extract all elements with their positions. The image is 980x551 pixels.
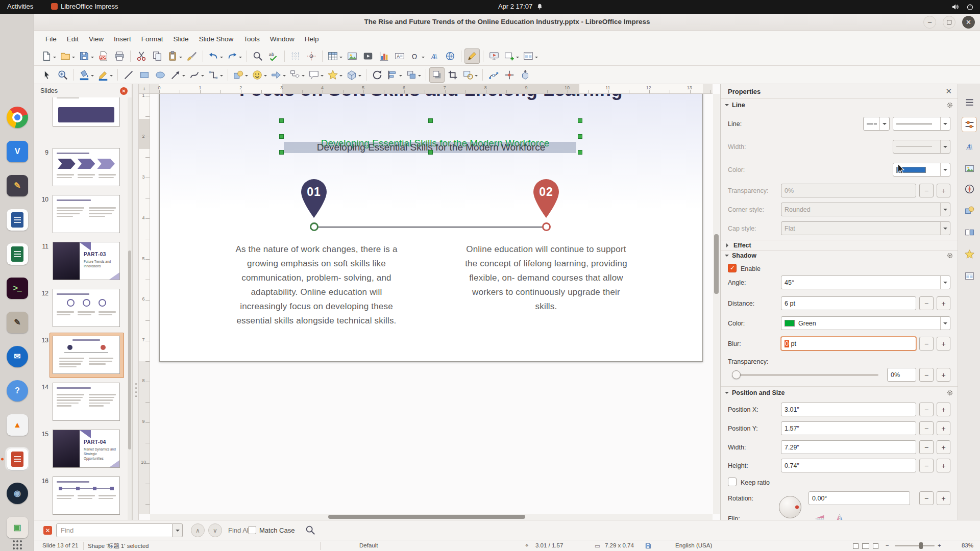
find-replace-button[interactable] xyxy=(250,48,265,64)
corner-style-select[interactable]: Rounded xyxy=(781,203,950,216)
undo-button[interactable] xyxy=(206,48,225,64)
dock-item-thunderbird[interactable]: ✉ xyxy=(5,344,29,368)
dropdown-caret-icon[interactable] xyxy=(283,75,286,78)
minus-stepper[interactable]: − xyxy=(919,421,934,435)
line-transparency-input[interactable]: 0% xyxy=(781,184,916,197)
section-header-effect[interactable]: Effect xyxy=(721,240,958,250)
slide-thumbnail-9[interactable] xyxy=(53,148,120,186)
slide-thumbnail-12[interactable] xyxy=(53,289,120,327)
edit-points-button[interactable] xyxy=(486,67,501,83)
find-history-dropdown[interactable] xyxy=(173,523,183,537)
marker-pin-02[interactable]: 02 xyxy=(530,177,562,219)
dock-item-vlc[interactable]: ▲ xyxy=(5,413,29,437)
symbol-shapes-button[interactable] xyxy=(250,67,268,83)
shadow-color-select[interactable]: Green xyxy=(781,316,950,330)
line-more-options-icon[interactable] xyxy=(946,101,954,109)
dock-item-libreoffice-writer[interactable] xyxy=(5,208,29,232)
dock-item-help[interactable]: ? xyxy=(5,379,29,403)
flip-vertical-button[interactable] xyxy=(813,512,828,520)
insert-media-button[interactable] xyxy=(360,48,376,64)
selected-title-textbox[interactable]: Developing Essential Skills for the Mode… xyxy=(282,121,580,153)
active-app-indicator[interactable]: LibreOffice Impress xyxy=(51,3,118,10)
sidebar-tab-shapes[interactable] xyxy=(962,203,977,218)
shadow-distance-input[interactable]: 6 pt xyxy=(781,296,916,310)
snap-guides-button[interactable] xyxy=(304,48,319,64)
dock-item-chrome[interactable] xyxy=(5,105,29,129)
dropdown-caret-icon[interactable] xyxy=(321,75,324,78)
zoom-slider-thumb[interactable] xyxy=(919,542,923,549)
plus-stepper[interactable]: + xyxy=(937,459,950,472)
insert-image-button[interactable] xyxy=(345,48,360,64)
dropdown-caret-icon[interactable] xyxy=(422,57,425,60)
properties-close-icon[interactable]: ✕ xyxy=(945,87,952,96)
cut-button[interactable] xyxy=(134,48,149,64)
minus-stepper[interactable]: − xyxy=(919,337,934,350)
shadow-blur-input[interactable]: 0 pt xyxy=(781,337,916,350)
display-grid-button[interactable] xyxy=(288,48,303,64)
timeline-right-endpoint[interactable] xyxy=(542,222,551,231)
new-button[interactable] xyxy=(39,48,58,64)
dropdown-caret-icon[interactable] xyxy=(220,75,223,78)
slide-editing-viewport[interactable]: Focus on Soft Skills and Lifelong Learni… xyxy=(150,94,713,514)
hyperlink-button[interactable] xyxy=(443,48,458,64)
slide-thumbnail-8[interactable] xyxy=(53,97,120,127)
cap-style-select[interactable]: Flat xyxy=(781,221,950,235)
menu-slide[interactable]: Slide xyxy=(168,33,194,45)
minus-stepper[interactable]: − xyxy=(919,296,934,310)
find-all-button[interactable]: Find All xyxy=(228,527,250,534)
zoom-optimal-icon[interactable] xyxy=(873,543,878,549)
zoom-level[interactable]: 83% xyxy=(950,542,973,548)
dropdown-caret-icon[interactable] xyxy=(475,75,478,78)
image-filter-button[interactable] xyxy=(461,67,479,83)
selection-handle-top-left[interactable] xyxy=(279,118,284,123)
dropdown-caret-icon[interactable] xyxy=(339,57,342,60)
select-button[interactable] xyxy=(39,67,55,83)
minus-stepper[interactable]: − xyxy=(919,403,934,416)
plus-stepper[interactable]: + xyxy=(937,421,950,435)
horizontal-scrollbar-thumb[interactable] xyxy=(328,515,525,519)
sidebar-tab-gallery[interactable] xyxy=(962,161,977,176)
horizontal-scrollbar[interactable] xyxy=(150,514,713,520)
redo-button[interactable] xyxy=(225,48,243,64)
width-preset-select[interactable] xyxy=(893,140,950,154)
curves-polygons-button[interactable] xyxy=(187,67,206,83)
zoom-pan-button[interactable] xyxy=(55,67,70,83)
dock-item-steam[interactable]: ◉ xyxy=(5,481,29,505)
slide-master-style[interactable]: Default xyxy=(359,542,378,548)
sidebar-tab-animation[interactable] xyxy=(962,246,977,262)
menu-format[interactable]: Format xyxy=(136,33,168,45)
slide-thumbnail-15[interactable]: PART-04Market Dynamics and Strategic Opp… xyxy=(53,430,120,468)
dock-item-text-editor[interactable]: ✎ xyxy=(5,173,29,197)
connectors-button[interactable] xyxy=(206,67,225,83)
zoom-fit-width-icon[interactable] xyxy=(862,543,869,549)
insert-textbox-button[interactable] xyxy=(392,48,407,64)
dropdown-caret-icon[interactable] xyxy=(516,57,519,60)
panel-splitter[interactable] xyxy=(132,84,139,520)
menu-edit[interactable]: Edit xyxy=(62,33,84,45)
dock-item-software-center[interactable]: ▣ xyxy=(5,515,29,539)
zoom-in-button[interactable]: + xyxy=(938,542,941,548)
dropdown-caret-icon[interactable] xyxy=(91,75,94,78)
slide-thumbnail-13[interactable] xyxy=(53,336,120,374)
dropdown-caret-icon[interactable] xyxy=(358,75,361,78)
dropdown-caret-icon[interactable] xyxy=(339,75,342,78)
dropdown-caret-icon[interactable] xyxy=(72,57,75,60)
body-text-left[interactable]: As the nature of work changes, there is … xyxy=(231,242,402,328)
minus-stepper[interactable]: − xyxy=(919,368,934,382)
new-slide-button[interactable] xyxy=(502,48,521,64)
flowchart-button[interactable] xyxy=(288,67,306,83)
plus-stepper[interactable]: + xyxy=(937,440,950,454)
show-draw-functions-button[interactable] xyxy=(464,48,480,64)
dock-item-libreoffice-impress[interactable] xyxy=(5,447,29,471)
text-language-selector[interactable]: English (USA) xyxy=(675,542,712,548)
selection-handle-top-right[interactable] xyxy=(578,118,582,123)
minus-stepper[interactable]: − xyxy=(919,491,934,505)
slides-panel-close-icon[interactable]: ✕ xyxy=(120,87,128,95)
selection-handle-middle-left[interactable] xyxy=(279,134,284,139)
activities-button[interactable]: Activities xyxy=(7,3,33,10)
minimize-button[interactable]: – xyxy=(923,16,936,29)
selection-handle-bottom-right[interactable] xyxy=(578,150,582,155)
window-titlebar[interactable]: The Rise and Future Trends of the Online… xyxy=(34,14,980,31)
slide-thumbnail-14[interactable] xyxy=(53,383,120,421)
clock[interactable]: Apr 2 17:07 xyxy=(498,3,543,10)
